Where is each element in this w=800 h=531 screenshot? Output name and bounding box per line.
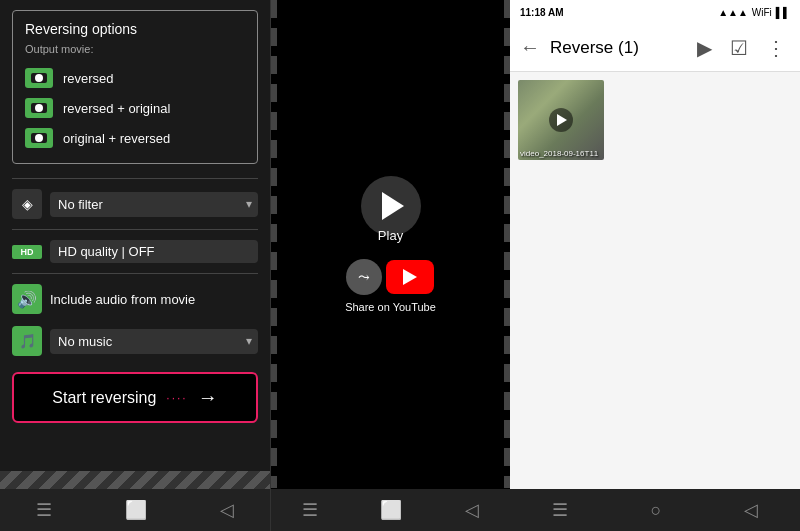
right-bottom-nav: ☰ ○ ◁ <box>510 489 800 531</box>
audio-label: Include audio from movie <box>50 292 195 307</box>
wifi-icon: WiFi <box>752 7 772 18</box>
left-bottom-nav: ☰ ⬜ ◁ <box>0 489 270 531</box>
left-panel: Reversing options Output movie: reversed… <box>0 0 270 531</box>
play-triangle-icon <box>382 192 404 220</box>
middle-panel: Play ⤳ Share on YouTube ☰ ⬜ ◁ <box>270 0 510 531</box>
option-original-reversed[interactable]: original + reversed <box>25 123 245 153</box>
status-bar: 11:18 AM ▲▲▲ WiFi ▌▌ <box>510 0 800 24</box>
right-nav-square-icon[interactable]: ○ <box>651 500 662 521</box>
music-icon: 🎵 <box>12 326 42 356</box>
start-btn-arrow-icon: → <box>198 386 218 409</box>
thumb-play-icon <box>549 108 573 132</box>
status-icons: ▲▲▲ WiFi ▌▌ <box>718 7 790 18</box>
play-action-icon[interactable]: ▶ <box>693 32 716 64</box>
left-nav-menu-icon[interactable]: ☰ <box>36 499 52 521</box>
mid-nav-back-icon[interactable]: ◁ <box>465 499 479 521</box>
option-reversed[interactable]: reversed <box>25 63 245 93</box>
back-button[interactable]: ← <box>520 36 540 59</box>
play-label: Play <box>378 228 403 243</box>
left-nav-back-icon[interactable]: ◁ <box>220 499 234 521</box>
filter-icon: ◈ <box>12 189 42 219</box>
page-title: Reverse (1) <box>550 38 683 58</box>
left-vert-dash <box>271 0 277 488</box>
video-thumbnail[interactable]: video_2018-09-16T11 <box>518 80 604 160</box>
more-options-icon[interactable]: ⋮ <box>762 32 790 64</box>
share-label: Share on YouTube <box>345 301 436 313</box>
music-select-wrapper: No music Music 1 Music 2 ▾ <box>50 329 258 354</box>
mid-nav-menu-icon[interactable]: ☰ <box>302 499 318 521</box>
signal-icon: ▲▲▲ <box>718 7 748 18</box>
hd-badge: HD <box>12 245 42 259</box>
thumb-label: video_2018-09-16T11 <box>520 149 602 158</box>
start-btn-dots: ···· <box>166 391 187 405</box>
filter-select[interactable]: No filter Filter 1 Filter 2 <box>50 192 258 217</box>
music-select[interactable]: No music Music 1 Music 2 <box>50 329 258 354</box>
audio-row: 🔊 Include audio from movie <box>0 278 270 320</box>
thumb-play-triangle <box>557 114 567 126</box>
option-reversed-original[interactable]: reversed + original <box>25 93 245 123</box>
hd-row: HD HD quality | OFF <box>0 234 270 269</box>
play-button[interactable] <box>361 176 421 236</box>
right-nav-menu-icon[interactable]: ☰ <box>552 499 568 521</box>
reversed-original-label: reversed + original <box>63 101 170 116</box>
right-panel: 11:18 AM ▲▲▲ WiFi ▌▌ ← Reverse (1) ▶ ☑ ⋮… <box>510 0 800 531</box>
left-nav-square-icon[interactable]: ⬜ <box>125 499 147 521</box>
right-nav-back-icon[interactable]: ◁ <box>744 499 758 521</box>
audio-icon: 🔊 <box>12 284 42 314</box>
original-reversed-label: original + reversed <box>63 131 170 146</box>
share-icon[interactable]: ⤳ <box>346 259 382 295</box>
share-section: ⤳ Share on YouTube <box>345 259 436 313</box>
reversed-label: reversed <box>63 71 114 86</box>
start-btn-label: Start reversing <box>52 389 156 407</box>
filter-select-wrapper: No filter Filter 1 Filter 2 ▾ <box>50 192 258 217</box>
mid-nav-square-icon[interactable]: ⬜ <box>380 499 402 521</box>
divider-3 <box>12 273 258 274</box>
hd-quality-label: HD quality | OFF <box>50 240 258 263</box>
music-row: 🎵 No music Music 1 Music 2 ▾ <box>0 320 270 362</box>
middle-bottom-nav: ☰ ⬜ ◁ <box>271 489 510 531</box>
start-reversing-button[interactable]: Start reversing ···· → <box>12 372 258 423</box>
options-box: Reversing options Output movie: reversed… <box>12 10 258 164</box>
original-reversed-icon <box>25 128 53 148</box>
reversed-original-icon <box>25 98 53 118</box>
right-vert-dash <box>504 0 510 488</box>
stripe-decoration <box>0 471 270 489</box>
divider-2 <box>12 229 258 230</box>
select-action-icon[interactable]: ☑ <box>726 32 752 64</box>
options-title: Reversing options <box>25 21 245 37</box>
youtube-play-icon <box>403 269 417 285</box>
status-time: 11:18 AM <box>520 7 564 18</box>
battery-icon: ▌▌ <box>776 7 790 18</box>
filter-row: ◈ No filter Filter 1 Filter 2 ▾ <box>0 183 270 225</box>
reversed-icon <box>25 68 53 88</box>
video-grid: video_2018-09-16T11 <box>510 72 800 168</box>
youtube-button[interactable] <box>386 260 434 294</box>
right-header: ← Reverse (1) ▶ ☑ ⋮ <box>510 24 800 72</box>
share-icons-row: ⤳ <box>346 259 434 295</box>
output-label: Output movie: <box>25 43 245 55</box>
divider-1 <box>12 178 258 179</box>
